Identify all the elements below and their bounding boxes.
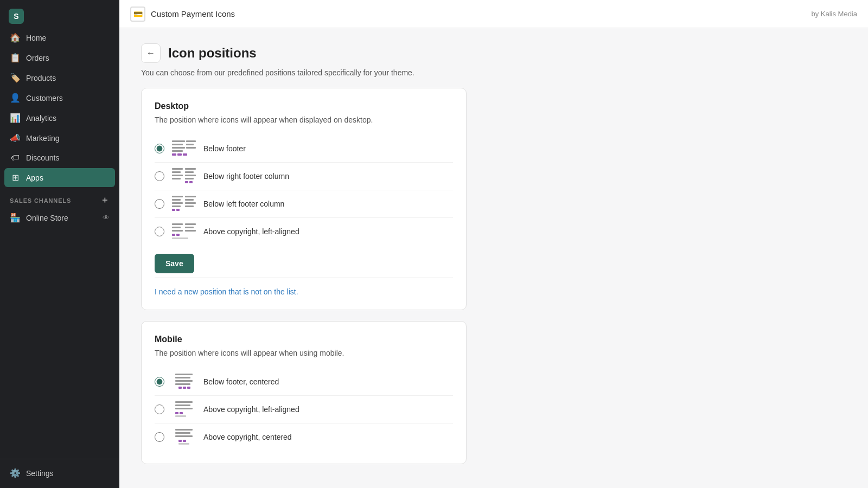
svg-rect-42 [175,383,190,385]
label-desktop-above-copyright: Above copyright, left-aligned [203,227,299,236]
svg-rect-32 [172,230,183,232]
svg-rect-52 [175,429,193,431]
svg-rect-9 [183,153,187,156]
main-area: 💳 Custom Payment Icons by Kalis Media ← … [119,0,868,488]
svg-rect-54 [175,435,193,437]
label-mobile-above-copyright-centered: Above copyright, centered [203,433,292,441]
svg-rect-6 [186,147,196,149]
mobile-option-mobile-below-footer-centered[interactable]: Below footer, centered [155,368,453,395]
sidebar-item-online-store[interactable]: 🏪 Online Store 👁 [4,208,115,227]
svg-rect-36 [172,234,175,236]
sidebar-item-home[interactable]: 🏠 Home [4,28,115,47]
save-button[interactable]: Save [155,254,194,273]
svg-rect-5 [186,144,194,145]
svg-rect-17 [185,178,194,179]
svg-rect-11 [172,171,181,173]
page-subtitle: You can choose from our predefined posit… [141,68,846,77]
sidebar-item-apps[interactable]: ⊞ Apps [4,168,115,187]
svg-rect-14 [185,168,196,170]
svg-rect-20 [172,196,183,197]
svg-rect-7 [172,153,176,156]
svg-rect-45 [187,387,190,389]
svg-rect-16 [185,175,196,176]
sales-channels-label: SALES CHANNELS ＋ [4,188,115,208]
svg-rect-10 [172,168,183,170]
svg-rect-49 [175,412,178,414]
radio-desktop-above-copyright[interactable] [155,227,164,236]
svg-rect-21 [172,199,181,201]
svg-rect-4 [186,140,196,142]
label-desktop-below-footer: Below footer [203,144,246,153]
sidebar-logo-icon: S [9,9,24,24]
svg-rect-51 [175,415,186,417]
svg-rect-18 [185,181,188,183]
radio-desktop-below-right-footer[interactable] [155,171,164,181]
sidebar-item-customers[interactable]: 👤 Customers [4,88,115,107]
desktop-option-desktop-below-left-footer[interactable]: Below left footer column [155,190,453,217]
back-button[interactable]: ← [141,43,161,63]
svg-rect-35 [185,230,196,232]
svg-rect-29 [176,209,180,211]
new-position-link[interactable]: I need a new position that is not on the… [155,287,298,296]
mobile-card: Mobile The position where icons will app… [141,321,467,464]
radio-desktop-below-left-footer[interactable] [155,199,164,209]
svg-rect-44 [183,387,186,389]
visibility-icon[interactable]: 👁 [103,214,110,222]
desktop-options: Below footer Below right footer column [155,135,453,245]
save-button-wrapper: Save [155,245,453,273]
svg-rect-30 [172,223,183,225]
svg-rect-1 [172,144,183,145]
sidebar-logo: S [0,0,119,28]
mobile-option-mobile-above-copyright-left[interactable]: Above copyright, left-aligned [155,395,453,423]
desktop-option-desktop-above-copyright[interactable]: Above copyright, left-aligned [155,217,453,245]
svg-rect-19 [189,181,193,183]
sidebar-item-orders[interactable]: 📋 Orders [4,48,115,67]
svg-rect-3 [172,150,183,152]
page-title: Icon positions [168,46,257,61]
svg-rect-25 [185,199,194,201]
label-mobile-above-copyright-left: Above copyright, left-aligned [203,405,299,414]
sidebar-item-marketing[interactable]: 📣 Marketing [4,129,115,147]
svg-rect-43 [178,387,182,389]
radio-mobile-above-copyright-left[interactable] [155,404,164,414]
svg-rect-39 [175,374,193,375]
sidebar-item-discounts[interactable]: 🏷 Discounts [4,149,115,167]
app-icon: 💳 [130,7,145,22]
sidebar-item-analytics[interactable]: 📊 Analytics [4,108,115,127]
svg-rect-40 [175,377,190,378]
svg-rect-2 [172,147,185,149]
discounts-icon: 🏷 [10,153,21,163]
svg-rect-37 [176,234,180,236]
svg-rect-50 [180,412,183,414]
svg-rect-55 [178,440,182,442]
desktop-option-desktop-below-right-footer[interactable]: Below right footer column [155,162,453,190]
sidebar-bottom: ⚙️ Settings [0,459,119,488]
customers-icon: 👤 [10,93,21,103]
desktop-option-desktop-below-footer[interactable]: Below footer [155,135,453,162]
radio-desktop-below-footer[interactable] [155,144,164,153]
svg-rect-23 [172,206,181,207]
label-mobile-below-footer-centered: Below footer, centered [203,377,279,386]
add-sales-channel-icon[interactable]: ＋ [100,195,110,206]
svg-rect-34 [185,227,194,228]
sidebar-nav: 🏠 Home 📋 Orders 🏷️ Products 👤 Customers … [0,28,119,459]
mobile-section-title: Mobile [155,335,453,344]
svg-rect-26 [185,202,196,204]
topbar-by-text: by Kalis Media [811,10,857,18]
svg-rect-31 [172,227,181,228]
marketing-icon: 📣 [10,133,21,143]
svg-rect-24 [185,196,196,197]
sidebar-item-settings[interactable]: ⚙️ Settings [4,464,115,483]
page-header: ← Icon positions [141,43,846,63]
sidebar-item-products[interactable]: 🏷️ Products [4,68,115,87]
analytics-icon: 📊 [10,113,21,123]
mobile-section-desc: The position where icons will appear whe… [155,349,453,357]
mobile-option-mobile-above-copyright-centered[interactable]: Above copyright, centered [155,423,453,451]
svg-rect-47 [175,404,190,406]
settings-icon: ⚙️ [10,468,21,478]
radio-mobile-above-copyright-centered[interactable] [155,432,164,442]
page-content: ← Icon positions You can choose from our… [119,28,868,488]
radio-mobile-below-footer-centered[interactable] [155,377,164,387]
online-store-icon: 🏪 [10,213,21,223]
svg-rect-15 [185,171,194,173]
